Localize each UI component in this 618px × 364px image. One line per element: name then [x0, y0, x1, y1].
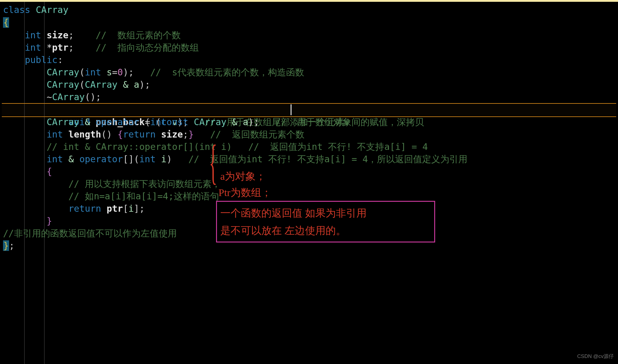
code-editor[interactable]: class CArray { int size; // 数组元素的个数 int …: [0, 0, 618, 364]
watermark: CSDN @cv源仔: [577, 350, 614, 363]
annotation-text: 是不可以放在 左边使用的。: [220, 224, 346, 237]
code-line: CArray(int s=0); // s代表数组元素的个数，构造函数: [3, 66, 615, 79]
code-line: int & operator[](int i) // 返回值为int 不行! 不…: [3, 153, 615, 166]
code-line: ~CArray();: [3, 91, 615, 103]
annotation-text: Ptr为数组；: [218, 186, 272, 199]
code-line: {: [3, 165, 615, 178]
code-line: public:: [3, 54, 615, 66]
code-line: void push_back(int v); // 用于在数组尾部添加一个元素v: [3, 103, 615, 116]
text-cursor: [291, 104, 291, 115]
code-line: int size; // 数组元素的个数: [3, 29, 615, 42]
annotation-brace: {: [209, 156, 217, 168]
annotation-text: 一个函数的返回值 如果为非引用: [220, 207, 367, 220]
code-line: // 用以支持根据下表访问数组元素，: [3, 178, 615, 190]
code-line: class CArray: [3, 4, 615, 16]
code-line: CArray(CArray & a);: [3, 78, 615, 91]
code-line: int *ptr; // 指向动态分配的数组: [3, 41, 615, 54]
code-line: int length() {return size;} // 返回数组元素个数: [3, 128, 615, 141]
annotation-text: a为对象；: [220, 170, 266, 183]
code-line: CArray & operator = (const CArray & a); …: [3, 116, 615, 128]
code-line: {: [3, 16, 615, 29]
code-line: // int & CArray::operator[](int i) // 返回…: [3, 141, 615, 153]
